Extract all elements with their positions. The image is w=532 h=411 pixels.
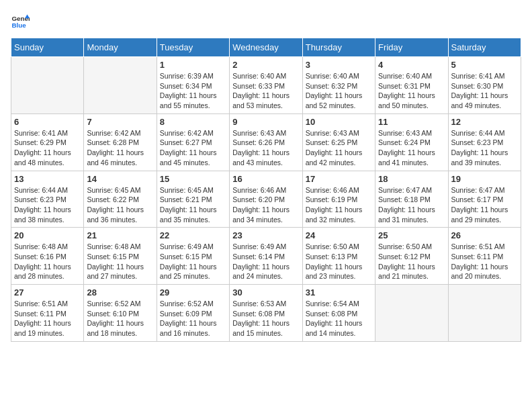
day-number: 14: [87, 174, 153, 184]
weekday-sunday: Sunday: [11, 38, 84, 57]
calendar-cell: 13Sunrise: 6:44 AMSunset: 6:23 PMDayligh…: [11, 171, 84, 228]
calendar-cell: 22Sunrise: 6:49 AMSunset: 6:15 PMDayligh…: [157, 228, 229, 285]
day-info: Sunrise: 6:47 AMSunset: 6:17 PMDaylight:…: [451, 185, 518, 225]
day-info: Sunrise: 6:49 AMSunset: 6:15 PMDaylight:…: [160, 242, 226, 281]
day-number: 13: [14, 174, 81, 184]
calendar-cell: 12Sunrise: 6:44 AMSunset: 6:23 PMDayligh…: [448, 113, 521, 171]
calendar-cell: [84, 57, 157, 114]
page-header: General Blue: [11, 11, 521, 30]
day-info: Sunrise: 6:39 AMSunset: 6:34 PMDaylight:…: [160, 71, 226, 111]
weekday-saturday: Saturday: [448, 38, 521, 57]
calendar-cell: 24Sunrise: 6:50 AMSunset: 6:13 PMDayligh…: [302, 228, 375, 285]
calendar-week-2: 6Sunrise: 6:41 AMSunset: 6:29 PMDaylight…: [11, 113, 521, 171]
weekday-thursday: Thursday: [302, 38, 375, 57]
day-number: 8: [160, 117, 226, 127]
svg-text:Blue: Blue: [11, 21, 26, 29]
day-info: Sunrise: 6:42 AMSunset: 6:27 PMDaylight:…: [160, 128, 226, 168]
calendar-cell: 9Sunrise: 6:43 AMSunset: 6:26 PMDaylight…: [230, 113, 302, 171]
day-number: 4: [378, 60, 445, 70]
day-number: 11: [378, 117, 445, 127]
calendar-cell: [448, 285, 521, 342]
day-info: Sunrise: 6:51 AMSunset: 6:11 PMDaylight:…: [14, 299, 81, 338]
calendar-cell: 20Sunrise: 6:48 AMSunset: 6:16 PMDayligh…: [11, 228, 84, 285]
calendar-cell: 29Sunrise: 6:52 AMSunset: 6:09 PMDayligh…: [157, 285, 229, 342]
day-info: Sunrise: 6:42 AMSunset: 6:28 PMDaylight:…: [87, 128, 153, 168]
day-info: Sunrise: 6:52 AMSunset: 6:09 PMDaylight:…: [160, 299, 226, 338]
day-number: 7: [87, 117, 153, 127]
weekday-friday: Friday: [375, 38, 448, 57]
day-number: 20: [14, 230, 81, 240]
day-number: 15: [160, 174, 226, 184]
calendar-body: 1Sunrise: 6:39 AMSunset: 6:34 PMDaylight…: [11, 57, 521, 342]
calendar-cell: 10Sunrise: 6:43 AMSunset: 6:25 PMDayligh…: [302, 113, 375, 171]
day-number: 24: [306, 230, 372, 240]
day-number: 3: [306, 60, 372, 70]
weekday-tuesday: Tuesday: [157, 38, 229, 57]
logo-icon: General Blue: [11, 11, 30, 30]
day-number: 30: [232, 287, 299, 298]
calendar-cell: 27Sunrise: 6:51 AMSunset: 6:11 PMDayligh…: [11, 285, 84, 342]
day-number: 1: [160, 60, 226, 70]
day-number: 9: [232, 117, 299, 127]
day-info: Sunrise: 6:46 AMSunset: 6:19 PMDaylight:…: [306, 185, 372, 225]
day-info: Sunrise: 6:53 AMSunset: 6:08 PMDaylight:…: [232, 299, 299, 338]
day-number: 23: [232, 230, 299, 240]
day-info: Sunrise: 6:51 AMSunset: 6:11 PMDaylight:…: [451, 242, 518, 281]
day-info: Sunrise: 6:54 AMSunset: 6:08 PMDaylight:…: [306, 299, 372, 338]
day-number: 26: [451, 230, 518, 240]
day-number: 27: [14, 287, 81, 298]
day-info: Sunrise: 6:49 AMSunset: 6:14 PMDaylight:…: [232, 242, 299, 281]
day-number: 31: [306, 287, 372, 298]
calendar-cell: 25Sunrise: 6:50 AMSunset: 6:12 PMDayligh…: [375, 228, 448, 285]
calendar-cell: 16Sunrise: 6:46 AMSunset: 6:20 PMDayligh…: [230, 171, 302, 228]
day-info: Sunrise: 6:45 AMSunset: 6:21 PMDaylight:…: [160, 185, 226, 225]
weekday-header-row: SundayMondayTuesdayWednesdayThursdayFrid…: [11, 38, 521, 57]
calendar-cell: 31Sunrise: 6:54 AMSunset: 6:08 PMDayligh…: [302, 285, 375, 342]
calendar-cell: 4Sunrise: 6:40 AMSunset: 6:31 PMDaylight…: [375, 57, 448, 114]
day-info: Sunrise: 6:50 AMSunset: 6:12 PMDaylight:…: [378, 242, 445, 281]
calendar-cell: 23Sunrise: 6:49 AMSunset: 6:14 PMDayligh…: [230, 228, 302, 285]
day-number: 28: [87, 287, 153, 298]
day-info: Sunrise: 6:43 AMSunset: 6:26 PMDaylight:…: [232, 128, 299, 168]
day-number: 17: [306, 174, 372, 184]
day-number: 2: [232, 60, 299, 70]
day-info: Sunrise: 6:47 AMSunset: 6:18 PMDaylight:…: [378, 185, 445, 225]
calendar-cell: 1Sunrise: 6:39 AMSunset: 6:34 PMDaylight…: [157, 57, 229, 114]
day-info: Sunrise: 6:52 AMSunset: 6:10 PMDaylight:…: [87, 299, 153, 338]
day-info: Sunrise: 6:45 AMSunset: 6:22 PMDaylight:…: [87, 185, 153, 225]
day-info: Sunrise: 6:40 AMSunset: 6:31 PMDaylight:…: [378, 71, 445, 111]
day-number: 19: [451, 174, 518, 184]
calendar-week-5: 27Sunrise: 6:51 AMSunset: 6:11 PMDayligh…: [11, 285, 521, 342]
day-number: 16: [232, 174, 299, 184]
day-number: 29: [160, 287, 226, 298]
day-info: Sunrise: 6:44 AMSunset: 6:23 PMDaylight:…: [451, 128, 518, 168]
calendar-cell: 26Sunrise: 6:51 AMSunset: 6:11 PMDayligh…: [448, 228, 521, 285]
weekday-monday: Monday: [84, 38, 157, 57]
day-info: Sunrise: 6:48 AMSunset: 6:16 PMDaylight:…: [14, 242, 81, 281]
calendar-cell: 2Sunrise: 6:40 AMSunset: 6:33 PMDaylight…: [230, 57, 302, 114]
calendar-cell: 11Sunrise: 6:43 AMSunset: 6:24 PMDayligh…: [375, 113, 448, 171]
calendar-cell: 17Sunrise: 6:46 AMSunset: 6:19 PMDayligh…: [302, 171, 375, 228]
day-info: Sunrise: 6:48 AMSunset: 6:15 PMDaylight:…: [87, 242, 153, 281]
calendar-cell: [11, 57, 84, 114]
calendar-cell: 19Sunrise: 6:47 AMSunset: 6:17 PMDayligh…: [448, 171, 521, 228]
day-info: Sunrise: 6:40 AMSunset: 6:32 PMDaylight:…: [306, 71, 372, 111]
calendar-cell: 28Sunrise: 6:52 AMSunset: 6:10 PMDayligh…: [84, 285, 157, 342]
calendar-cell: 6Sunrise: 6:41 AMSunset: 6:29 PMDaylight…: [11, 113, 84, 171]
calendar-cell: 8Sunrise: 6:42 AMSunset: 6:27 PMDaylight…: [157, 113, 229, 171]
day-info: Sunrise: 6:43 AMSunset: 6:25 PMDaylight:…: [306, 128, 372, 168]
day-number: 21: [87, 230, 153, 240]
day-number: 22: [160, 230, 226, 240]
day-info: Sunrise: 6:46 AMSunset: 6:20 PMDaylight:…: [232, 185, 299, 225]
weekday-wednesday: Wednesday: [230, 38, 302, 57]
day-number: 5: [451, 60, 518, 70]
calendar-week-1: 1Sunrise: 6:39 AMSunset: 6:34 PMDaylight…: [11, 57, 521, 114]
day-info: Sunrise: 6:50 AMSunset: 6:13 PMDaylight:…: [306, 242, 372, 281]
calendar-cell: 21Sunrise: 6:48 AMSunset: 6:15 PMDayligh…: [84, 228, 157, 285]
calendar-cell: 18Sunrise: 6:47 AMSunset: 6:18 PMDayligh…: [375, 171, 448, 228]
day-info: Sunrise: 6:43 AMSunset: 6:24 PMDaylight:…: [378, 128, 445, 168]
calendar-cell: 15Sunrise: 6:45 AMSunset: 6:21 PMDayligh…: [157, 171, 229, 228]
logo: General Blue: [11, 11, 32, 30]
calendar-cell: 3Sunrise: 6:40 AMSunset: 6:32 PMDaylight…: [302, 57, 375, 114]
calendar-week-4: 20Sunrise: 6:48 AMSunset: 6:16 PMDayligh…: [11, 228, 521, 285]
